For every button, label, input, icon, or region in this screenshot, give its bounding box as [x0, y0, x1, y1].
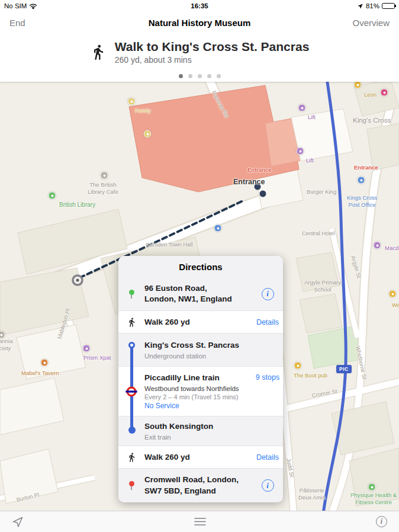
- bottom-toolbar: i: [0, 511, 399, 532]
- page-dots: [0, 74, 399, 78]
- walk-icon: [90, 43, 107, 61]
- step-destination[interactable]: Cromwell Road, London, SW7 5BD, England …: [118, 468, 283, 502]
- walk-step-icon: [127, 452, 137, 463]
- origin-info-button[interactable]: i: [262, 288, 274, 300]
- train-service-link[interactable]: No Service: [144, 402, 250, 410]
- underground-roundel-icon: [125, 385, 138, 398]
- battery-icon: [382, 3, 395, 9]
- board-station-name: King's Cross St. Pancras: [144, 340, 250, 351]
- train-name: Piccadilly Line train: [144, 373, 250, 383]
- origin-address: 96 Euston Road,: [144, 284, 207, 293]
- poi-icon[interactable]: [389, 290, 397, 298]
- library-icon[interactable]: [49, 192, 56, 200]
- step-exit-station[interactable]: South Kensington Exit train: [118, 416, 283, 446]
- civic-building-icon[interactable]: [214, 225, 222, 232]
- train-frequency: Every 2 – 4 min (Travel 15 mins): [144, 393, 250, 400]
- instruction-banner[interactable]: Walk to King's Cross St. Pancras 260 yd,…: [0, 33, 399, 82]
- banner-title: Walk to King's Cross St. Pancras: [115, 40, 310, 54]
- hotel-icon[interactable]: [374, 242, 381, 249]
- cafe-icon[interactable]: [101, 172, 108, 180]
- step-train[interactable]: Piccadilly Line train Westbound towards …: [118, 366, 283, 416]
- poi-icon[interactable]: [144, 130, 152, 138]
- walk-step-icon: [127, 317, 137, 328]
- society-icon[interactable]: [0, 331, 5, 339]
- destination-address-line2: SW7 5BD, England: [144, 486, 216, 495]
- overview-button[interactable]: Overview: [352, 18, 390, 28]
- carrier-label: No SIM: [4, 2, 27, 9]
- stops-button[interactable]: 9 stops: [256, 373, 279, 382]
- fitness-centre-icon[interactable]: [368, 483, 376, 491]
- list-icon: [194, 517, 207, 526]
- destination-address: Cromwell Road, London,: [144, 475, 239, 484]
- step-origin[interactable]: 96 Euston Road, London, NW1, England i: [118, 277, 283, 310]
- status-bar: No SIM 16:35 81%: [0, 0, 399, 12]
- list-view-button[interactable]: [194, 517, 207, 526]
- banner-subtitle: 260 yd, about 3 mins: [115, 55, 310, 65]
- walk-label: Walk 260 yd: [144, 318, 190, 326]
- origin-pin-icon: [129, 290, 134, 299]
- walk-details-button[interactable]: Details: [256, 318, 279, 326]
- step-walk-1[interactable]: Walk 260 yd Details: [118, 310, 283, 333]
- walk-label: Walk 260 yd: [144, 453, 190, 462]
- location-active-icon: [357, 3, 363, 9]
- directions-panel[interactable]: Directions 96 Euston Road, London, NW1, …: [118, 256, 283, 502]
- restaurant-icon[interactable]: [354, 82, 362, 89]
- lift-icon[interactable]: [297, 148, 304, 155]
- page-dot: [198, 74, 202, 78]
- location-arrow-icon: [12, 516, 24, 528]
- page-dot: [207, 74, 211, 78]
- destination-pin-icon: [129, 481, 134, 490]
- page-dot: [179, 74, 183, 78]
- clock: 16:35: [0, 2, 399, 9]
- exit-station-sub: Exit train: [144, 434, 250, 441]
- piccadilly-line-badge: PIC: [336, 365, 352, 373]
- transit-line-segment: [130, 348, 133, 367]
- lift-icon[interactable]: [298, 104, 306, 112]
- family-poi-icon[interactable]: [128, 98, 136, 105]
- current-location-button[interactable]: [12, 516, 24, 528]
- pub-icon[interactable]: [294, 362, 302, 370]
- wifi-icon: [29, 3, 37, 9]
- exit-station-name: South Kensington: [144, 421, 250, 432]
- tavern-icon[interactable]: [41, 359, 49, 367]
- metro-station-icon[interactable]: [381, 89, 388, 97]
- page-title: Natural History Museum: [0, 18, 399, 28]
- page-dot: [217, 74, 221, 78]
- step-walk-2[interactable]: Walk 260 yd Details: [118, 446, 283, 468]
- directions-header: Directions: [118, 256, 283, 277]
- info-button[interactable]: i: [376, 516, 387, 527]
- board-station-sub: Underground station: [144, 352, 250, 360]
- exit-station-dot: [128, 427, 136, 434]
- post-office-icon[interactable]: [358, 177, 365, 184]
- destination-info-button[interactable]: i: [262, 479, 274, 492]
- business-icon[interactable]: [83, 345, 91, 352]
- step-board-station[interactable]: King's Cross St. Pancras Underground sta…: [118, 333, 283, 366]
- walk-details-button[interactable]: Details: [256, 453, 279, 462]
- battery-percent: 81%: [366, 2, 379, 9]
- nav-bar: End Natural History Museum Overview: [0, 12, 399, 33]
- end-button[interactable]: End: [9, 18, 25, 28]
- board-station-dot: [128, 342, 135, 348]
- origin-address-line2: London, NW1, England: [144, 294, 232, 303]
- train-direction: Westbound towards Northfields: [144, 385, 250, 392]
- page-dot: [188, 74, 192, 78]
